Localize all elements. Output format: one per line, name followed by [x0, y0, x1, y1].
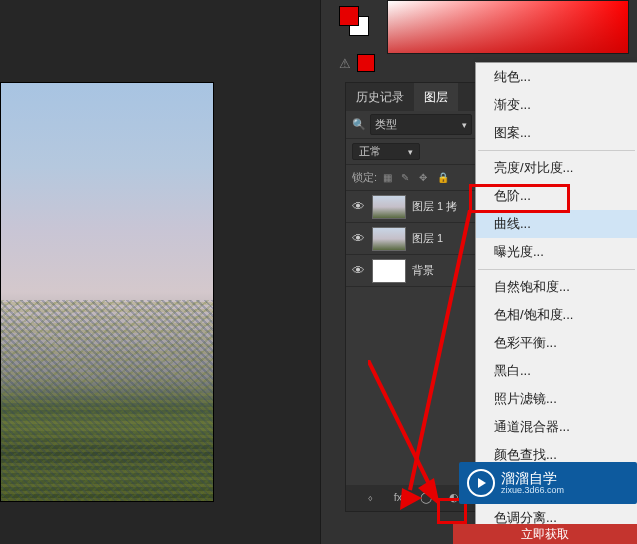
layers-panel: 历史记录 图层 🔍 类型 正常 锁定: ▦ ✎ ✥ 🔒 👁 图层 1 拷 👁	[345, 82, 479, 512]
menu-pattern[interactable]: 图案...	[476, 119, 637, 147]
layer-name-label[interactable]: 背景	[412, 263, 474, 278]
menu-solid-color[interactable]: 纯色...	[476, 63, 637, 91]
tab-layers[interactable]: 图层	[414, 83, 458, 111]
watermark-title: 溜溜自学	[501, 471, 564, 485]
menu-channel-mixer[interactable]: 通道混合器...	[476, 413, 637, 441]
visibility-icon[interactable]: 👁	[350, 231, 366, 246]
bottom-cta-button[interactable]: 立即获取	[453, 524, 637, 544]
blend-mode-row: 正常	[346, 139, 478, 165]
watermark-badge: 溜溜自学 zixue.3d66.com	[459, 462, 637, 504]
lock-all-icon[interactable]: 🔒	[437, 172, 449, 184]
search-icon[interactable]: 🔍	[352, 118, 366, 131]
layer-row[interactable]: 👁 背景	[346, 255, 478, 287]
visibility-icon[interactable]: 👁	[350, 263, 366, 278]
fx-icon[interactable]: fx	[391, 491, 405, 505]
lock-label: 锁定:	[352, 170, 377, 185]
play-icon	[467, 469, 495, 497]
menu-divider	[478, 150, 635, 151]
mask-icon[interactable]: ◯	[419, 491, 433, 505]
menu-hue-saturation[interactable]: 色相/饱和度...	[476, 301, 637, 329]
lock-row: 锁定: ▦ ✎ ✥ 🔒	[346, 165, 478, 191]
menu-vibrance[interactable]: 自然饱和度...	[476, 273, 637, 301]
layer-row[interactable]: 👁 图层 1	[346, 223, 478, 255]
visibility-icon[interactable]: 👁	[350, 199, 366, 214]
menu-photo-filter[interactable]: 照片滤镜...	[476, 385, 637, 413]
menu-brightness-contrast[interactable]: 亮度/对比度...	[476, 154, 637, 182]
layer-thumbnail[interactable]	[372, 259, 406, 283]
filter-type-dropdown[interactable]: 类型	[370, 114, 472, 135]
layer-filter-row: 🔍 类型	[346, 111, 478, 139]
menu-gradient[interactable]: 渐变...	[476, 91, 637, 119]
menu-curves[interactable]: 曲线...	[476, 210, 637, 238]
panel-tabs: 历史记录 图层	[346, 83, 478, 111]
gamut-warning-icon[interactable]: ⚠	[339, 56, 351, 71]
menu-divider	[478, 269, 635, 270]
blend-mode-dropdown[interactable]: 正常	[352, 143, 420, 160]
lock-pixels-icon[interactable]: ✎	[401, 172, 413, 184]
canvas-area	[0, 0, 320, 544]
menu-levels[interactable]: 色阶...	[476, 182, 637, 210]
current-color-swatch[interactable]	[357, 54, 375, 72]
layer-name-label[interactable]: 图层 1	[412, 231, 474, 246]
tab-history[interactable]: 历史记录	[346, 83, 414, 111]
color-spectrum[interactable]	[387, 0, 629, 54]
link-icon[interactable]: ⬨	[363, 491, 377, 505]
lock-position-icon[interactable]: ✥	[419, 172, 431, 184]
menu-exposure[interactable]: 曝光度...	[476, 238, 637, 266]
fg-color-swatch[interactable]	[339, 6, 359, 26]
layer-name-label[interactable]: 图层 1 拷	[412, 199, 474, 214]
menu-black-white[interactable]: 黑白...	[476, 357, 637, 385]
watermark-url: zixue.3d66.com	[501, 485, 564, 495]
menu-color-balance[interactable]: 色彩平衡...	[476, 329, 637, 357]
lock-transparency-icon[interactable]: ▦	[383, 172, 395, 184]
layer-row[interactable]: 👁 图层 1 拷	[346, 191, 478, 223]
document-preview[interactable]	[0, 82, 214, 502]
fg-bg-swatch[interactable]	[339, 6, 369, 36]
layer-thumbnail[interactable]	[372, 227, 406, 251]
layer-thumbnail[interactable]	[372, 195, 406, 219]
